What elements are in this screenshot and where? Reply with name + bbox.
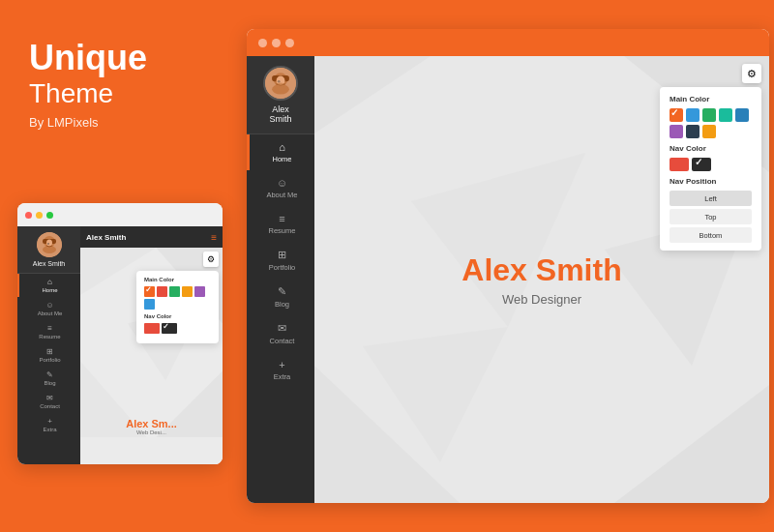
desktop-nav-items: ⌂ Home ☺ About Me ≡ Resume ⊞ Portfolio ✎ bbox=[247, 134, 314, 388]
desktop-home-icon: ⌂ bbox=[279, 141, 285, 153]
mobile-hero-text: Alex Sm... Web Desi... bbox=[80, 418, 223, 435]
desktop-nav-item-blog[interactable]: ✎ Blog bbox=[247, 279, 314, 315]
mobile-nav: Alex Smith ⌂ Home ☺ About Me ≡ Resume ⊞ … bbox=[17, 226, 80, 464]
mobile-gear-button[interactable]: ⚙ bbox=[203, 251, 219, 267]
dcp-nav-swatch-red[interactable] bbox=[670, 158, 689, 171]
svg-marker-25 bbox=[614, 385, 769, 503]
desktop-extra-icon: + bbox=[279, 359, 284, 370]
desktop-color-panel: Main Color Nav Color bbox=[660, 87, 761, 251]
mobile-browser-bar bbox=[17, 203, 223, 226]
contact-icon: ✉ bbox=[46, 394, 53, 402]
desktop-nav-item-about[interactable]: ☺ About Me bbox=[247, 170, 314, 206]
desktop-dot-3 bbox=[285, 39, 294, 47]
mobile-nav-items: ⌂ Home ☺ About Me ≡ Resume ⊞ Portfolio ✎ bbox=[17, 274, 80, 436]
nav-position-top[interactable]: Top bbox=[670, 209, 752, 224]
desktop-main: Alex Smith Web Designer ⚙ Main Color bbox=[314, 56, 769, 503]
desktop-nav-name: AlexSmith bbox=[269, 104, 291, 124]
nav-position-left[interactable]: Left bbox=[670, 191, 752, 206]
desktop-gear-icon: ⚙ bbox=[747, 68, 757, 80]
desktop-blog-icon: ✎ bbox=[278, 285, 286, 298]
desktop-nav-color-swatches bbox=[670, 158, 752, 171]
dcp-swatch-yellow[interactable] bbox=[702, 125, 716, 138]
dot-green bbox=[46, 212, 53, 219]
dcp-swatch-orange[interactable] bbox=[670, 108, 683, 122]
dot-yellow bbox=[36, 212, 43, 219]
avatar bbox=[37, 232, 62, 257]
svg-point-7 bbox=[47, 243, 49, 245]
dcp-nav-swatch-dark[interactable] bbox=[692, 158, 711, 171]
desktop-hero-name: Alex Smith bbox=[461, 252, 621, 288]
desktop-avatar bbox=[263, 66, 298, 101]
swatch-blue[interactable] bbox=[144, 299, 155, 310]
swatch-red[interactable] bbox=[157, 286, 167, 297]
mobile-top-bar: Alex Smith ≡ bbox=[80, 226, 223, 248]
swatch-orange[interactable] bbox=[144, 286, 155, 297]
swatch-purple[interactable] bbox=[194, 286, 205, 297]
desktop-content: AlexSmith ⌂ Home ☺ About Me ≡ Resume ⊞ P… bbox=[247, 56, 769, 503]
desktop-about-icon: ☺ bbox=[277, 177, 287, 189]
mobile-content: Alex Smith ⌂ Home ☺ About Me ≡ Resume ⊞ … bbox=[17, 226, 223, 464]
dcp-swatch-purple[interactable] bbox=[670, 125, 683, 138]
by-text: By LMPixels bbox=[29, 115, 213, 130]
desktop-nav-item-home[interactable]: ⌂ Home bbox=[247, 134, 314, 170]
desktop-main-color-swatches bbox=[670, 108, 752, 138]
mobile-main-color-label: Main Color bbox=[144, 277, 211, 282]
dcp-swatch-green[interactable] bbox=[702, 108, 716, 122]
desktop-mockup: AlexSmith ⌂ Home ☺ About Me ≡ Resume ⊞ P… bbox=[247, 29, 769, 503]
dcp-swatch-blue[interactable] bbox=[686, 108, 700, 122]
mobile-nav-item-blog[interactable]: ✎ Blog bbox=[17, 367, 80, 390]
extra-icon: + bbox=[47, 417, 52, 426]
dcp-swatch-teal[interactable] bbox=[719, 108, 732, 122]
desktop-nav-position-label: Nav Position bbox=[670, 177, 752, 186]
mobile-main-color-swatches bbox=[144, 286, 211, 310]
svg-point-20 bbox=[278, 80, 281, 83]
desktop-nav-item-resume[interactable]: ≡ Resume bbox=[247, 206, 314, 242]
mobile-nav-color-swatches bbox=[144, 323, 211, 334]
mobile-gear-icon: ⚙ bbox=[207, 254, 215, 264]
mobile-hero-name: Alex Sm... bbox=[80, 418, 223, 429]
dcp-swatch-blue2[interactable] bbox=[735, 108, 749, 122]
mobile-nav-item-home[interactable]: ⌂ Home bbox=[17, 274, 80, 297]
swatch-green[interactable] bbox=[169, 286, 180, 297]
nav-swatch-red[interactable] bbox=[144, 323, 160, 334]
dcp-swatch-dark[interactable] bbox=[686, 125, 700, 138]
desktop-resume-icon: ≡ bbox=[279, 213, 284, 224]
about-icon: ☺ bbox=[45, 301, 53, 310]
desktop-hero: Alex Smith Web Designer bbox=[461, 252, 621, 307]
title-theme: Theme bbox=[29, 77, 213, 110]
desktop-settings: ⚙ Main Color Nav Color bbox=[742, 64, 761, 83]
mobile-body: ⚙ Main Color Nav Color bbox=[80, 248, 223, 464]
nav-position-bottom[interactable]: Bottom bbox=[670, 227, 752, 243]
desktop-nav: AlexSmith ⌂ Home ☺ About Me ≡ Resume ⊞ P… bbox=[247, 56, 314, 503]
mobile-nav-item-contact[interactable]: ✉ Contact bbox=[17, 390, 80, 413]
portfolio-icon: ⊞ bbox=[46, 347, 53, 356]
desktop-main-color-label: Main Color bbox=[670, 95, 752, 103]
mobile-top-name: Alex Smith bbox=[86, 233, 126, 242]
mobile-nav-color-label: Nav Color bbox=[144, 313, 211, 319]
nav-swatch-dark[interactable] bbox=[162, 323, 177, 334]
svg-marker-22 bbox=[314, 56, 431, 133]
mobile-nav-item-portfolio[interactable]: ⊞ Portfolio bbox=[17, 343, 80, 367]
desktop-nav-position-buttons: Left Top Bottom bbox=[670, 191, 752, 243]
mobile-nav-item-extra[interactable]: + Extra bbox=[17, 413, 80, 436]
mobile-main: Alex Smith ≡ ⚙ Main C bbox=[80, 226, 223, 464]
mobile-nav-header: Alex Smith bbox=[17, 226, 80, 274]
hamburger-icon: ≡ bbox=[211, 232, 217, 243]
mobile-nav-item-resume[interactable]: ≡ Resume bbox=[17, 320, 80, 343]
desktop-dot-2 bbox=[272, 39, 281, 47]
desktop-nav-header: AlexSmith bbox=[247, 56, 314, 134]
mobile-color-panel: Main Color Nav Color bbox=[136, 271, 219, 343]
title-unique: Unique bbox=[29, 39, 213, 77]
mobile-settings: ⚙ Main Color Nav Color bbox=[203, 251, 219, 267]
svg-point-6 bbox=[46, 240, 52, 247]
swatch-yellow[interactable] bbox=[182, 286, 193, 297]
mobile-nav-item-about[interactable]: ☺ About Me bbox=[17, 297, 80, 320]
desktop-nav-item-contact[interactable]: ✉ Contact bbox=[247, 315, 314, 352]
svg-point-21 bbox=[277, 83, 283, 87]
desktop-nav-item-extra[interactable]: + Extra bbox=[247, 352, 314, 388]
desktop-gear-button[interactable]: ⚙ bbox=[742, 64, 761, 83]
desktop-nav-item-portfolio[interactable]: ⊞ Portfolio bbox=[247, 242, 314, 279]
blog-icon: ✎ bbox=[46, 370, 53, 379]
desktop-browser-bar bbox=[247, 29, 769, 56]
desktop-nav-color-label: Nav Color bbox=[670, 144, 752, 153]
